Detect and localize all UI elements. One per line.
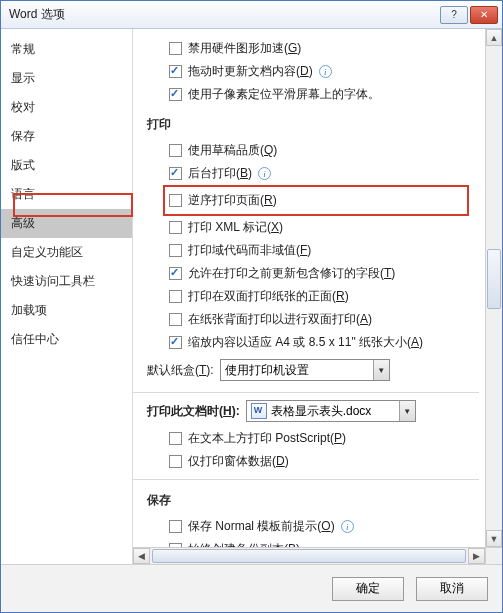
opt-subpixel-font: 使用子像素定位平滑屏幕上的字体。 bbox=[169, 83, 479, 106]
scroll-down-arrow[interactable]: ▼ bbox=[486, 530, 502, 547]
opt-prompt-normal: 保存 Normal 模板前提示(O) i bbox=[169, 515, 479, 538]
opt-draft-quality: 使用草稿品质(Q) bbox=[169, 139, 479, 162]
checkbox[interactable] bbox=[169, 65, 182, 78]
scroll-up-arrow[interactable]: ▲ bbox=[486, 29, 502, 46]
top-options: 禁用硬件图形加速(G) 拖动时更新文档内容(D) i 使用子像素定位平滑屏幕上的… bbox=[147, 37, 479, 106]
option-label: 逆序打印页面(R) bbox=[188, 192, 277, 209]
main-panel: 禁用硬件图形加速(G) 拖动时更新文档内容(D) i 使用子像素定位平滑屏幕上的… bbox=[133, 29, 502, 564]
section-print-title: 打印 bbox=[147, 106, 479, 139]
checkbox[interactable] bbox=[169, 267, 182, 280]
checkbox[interactable] bbox=[169, 88, 182, 101]
reverse-print-highlight: 逆序打印页面(R) bbox=[163, 185, 469, 216]
sidebar: 常规 显示 校对 保存 版式 语言 高级 自定义功能区 快速访问工具栏 加载项 … bbox=[1, 29, 133, 564]
opt-reverse-print: 逆序打印页面(R) bbox=[169, 189, 463, 212]
word-options-dialog: Word 选项 ? ✕ 常规 显示 校对 保存 版式 语言 高级 自定义功能区 … bbox=[0, 0, 503, 613]
print-doc-header: 打印此文档时(H): 表格显示表头.docx ▼ bbox=[147, 395, 479, 427]
checkbox[interactable] bbox=[169, 290, 182, 303]
option-label: 保存 Normal 模板前提示(O) bbox=[188, 518, 335, 535]
opt-print-field-codes: 打印域代码而非域值(F) bbox=[169, 239, 479, 262]
dialog-title: Word 选项 bbox=[9, 6, 440, 23]
opt-always-backup: 始终创建备份副本(B) bbox=[169, 538, 479, 547]
option-label: 仅打印窗体数据(D) bbox=[188, 453, 289, 470]
print-doc-label: 打印此文档时(H): bbox=[147, 403, 240, 420]
info-icon[interactable]: i bbox=[341, 520, 354, 533]
tray-label: 默认纸盒(T): bbox=[147, 362, 214, 379]
opt-allow-update-tracked: 允许在打印之前更新包含修订的字段(T) bbox=[169, 262, 479, 285]
option-label: 拖动时更新文档内容(D) bbox=[188, 63, 313, 80]
checkbox[interactable] bbox=[169, 336, 182, 349]
default-tray-row: 默认纸盒(T): 使用打印机设置 ▼ bbox=[147, 354, 479, 386]
sidebar-item-advanced[interactable]: 高级 bbox=[1, 209, 132, 238]
sidebar-item-layout[interactable]: 版式 bbox=[1, 151, 132, 180]
checkbox[interactable] bbox=[169, 455, 182, 468]
combo-value: 表格显示表头.docx bbox=[271, 403, 372, 420]
opt-disable-hw-graphics: 禁用硬件图形加速(G) bbox=[169, 37, 479, 60]
info-icon[interactable]: i bbox=[319, 65, 332, 78]
opt-scale-a4: 缩放内容以适应 A4 或 8.5 x 11" 纸张大小(A) bbox=[169, 331, 479, 354]
checkbox[interactable] bbox=[169, 144, 182, 157]
word-doc-icon bbox=[251, 403, 267, 419]
option-label: 允许在打印之前更新包含修订的字段(T) bbox=[188, 265, 395, 282]
sidebar-item-trust-center[interactable]: 信任中心 bbox=[1, 325, 132, 354]
checkbox[interactable] bbox=[169, 244, 182, 257]
info-icon[interactable]: i bbox=[258, 167, 271, 180]
horizontal-scrollbar[interactable]: ◀ ▶ bbox=[133, 547, 485, 564]
option-label: 打印域代码而非域值(F) bbox=[188, 242, 311, 259]
sidebar-item-quick-access[interactable]: 快速访问工具栏 bbox=[1, 267, 132, 296]
scroll-right-arrow[interactable]: ▶ bbox=[468, 548, 485, 564]
scroll-thumb[interactable] bbox=[152, 549, 466, 563]
vertical-scrollbar[interactable]: ▲ ▼ bbox=[485, 29, 502, 547]
sidebar-item-addins[interactable]: 加载项 bbox=[1, 296, 132, 325]
section-save-title: 保存 bbox=[147, 482, 479, 515]
opt-update-content-drag: 拖动时更新文档内容(D) i bbox=[169, 60, 479, 83]
default-tray-combo[interactable]: 使用打印机设置 ▼ bbox=[220, 359, 390, 381]
option-label: 打印 XML 标记(X) bbox=[188, 219, 283, 236]
print-options: 使用草稿品质(Q) 后台打印(B) i 逆序打印页面(R) bbox=[147, 139, 479, 386]
content-area: 常规 显示 校对 保存 版式 语言 高级 自定义功能区 快速访问工具栏 加载项 … bbox=[1, 29, 502, 564]
print-doc-combo[interactable]: 表格显示表头.docx ▼ bbox=[246, 400, 416, 422]
ok-button[interactable]: 确定 bbox=[332, 577, 404, 601]
checkbox[interactable] bbox=[169, 42, 182, 55]
option-label: 在纸张背面打印以进行双面打印(A) bbox=[188, 311, 372, 328]
opt-background-print: 后台打印(B) i bbox=[169, 162, 479, 185]
help-button[interactable]: ? bbox=[440, 6, 468, 24]
combo-value: 使用打印机设置 bbox=[225, 362, 309, 379]
scroll-thumb[interactable] bbox=[487, 249, 501, 309]
close-button[interactable]: ✕ bbox=[470, 6, 498, 24]
dialog-footer: 确定 取消 bbox=[1, 564, 502, 612]
checkbox[interactable] bbox=[169, 194, 182, 207]
opt-print-front-duplex: 打印在双面打印纸张的正面(R) bbox=[169, 285, 479, 308]
sidebar-item-general[interactable]: 常规 bbox=[1, 35, 132, 64]
opt-print-form-data: 仅打印窗体数据(D) bbox=[169, 450, 479, 473]
opt-print-xml: 打印 XML 标记(X) bbox=[169, 216, 479, 239]
cancel-button[interactable]: 取消 bbox=[416, 577, 488, 601]
checkbox[interactable] bbox=[169, 313, 182, 326]
print-doc-options: 在文本上方打印 PostScript(P) 仅打印窗体数据(D) bbox=[147, 427, 479, 473]
scroll-area: 禁用硬件图形加速(G) 拖动时更新文档内容(D) i 使用子像素定位平滑屏幕上的… bbox=[133, 29, 485, 547]
opt-print-postscript: 在文本上方打印 PostScript(P) bbox=[169, 427, 479, 450]
checkbox[interactable] bbox=[169, 167, 182, 180]
sidebar-item-display[interactable]: 显示 bbox=[1, 64, 132, 93]
option-label: 禁用硬件图形加速(G) bbox=[188, 40, 301, 57]
sidebar-item-customize-ribbon[interactable]: 自定义功能区 bbox=[1, 238, 132, 267]
sidebar-item-save[interactable]: 保存 bbox=[1, 122, 132, 151]
option-label: 使用子像素定位平滑屏幕上的字体。 bbox=[188, 86, 380, 103]
sidebar-item-language[interactable]: 语言 bbox=[1, 180, 132, 209]
checkbox[interactable] bbox=[169, 520, 182, 533]
checkbox[interactable] bbox=[169, 432, 182, 445]
divider bbox=[133, 392, 479, 393]
titlebar: Word 选项 ? ✕ bbox=[1, 1, 502, 29]
opt-print-back-duplex: 在纸张背面打印以进行双面打印(A) bbox=[169, 308, 479, 331]
chevron-down-icon[interactable]: ▼ bbox=[373, 360, 389, 380]
checkbox[interactable] bbox=[169, 221, 182, 234]
scroll-corner bbox=[485, 547, 502, 564]
save-options: 保存 Normal 模板前提示(O) i 始终创建备份副本(B) bbox=[147, 515, 479, 547]
option-label: 缩放内容以适应 A4 或 8.5 x 11" 纸张大小(A) bbox=[188, 334, 423, 351]
chevron-down-icon[interactable]: ▼ bbox=[399, 401, 415, 421]
sidebar-item-proofing[interactable]: 校对 bbox=[1, 93, 132, 122]
option-label: 在文本上方打印 PostScript(P) bbox=[188, 430, 346, 447]
divider bbox=[133, 479, 479, 480]
scroll-left-arrow[interactable]: ◀ bbox=[133, 548, 150, 564]
hscroll-track[interactable] bbox=[150, 548, 468, 564]
option-label: 打印在双面打印纸张的正面(R) bbox=[188, 288, 349, 305]
